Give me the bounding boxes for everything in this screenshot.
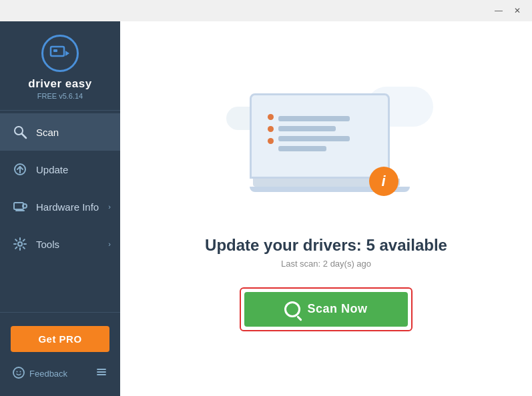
sidebar-item-tools[interactable]: Tools ›: [0, 225, 120, 263]
sidebar-bottom: Get PRO Feedback: [0, 312, 120, 396]
svg-point-7: [23, 204, 27, 208]
svg-point-10: [13, 367, 24, 378]
screen-dots: [268, 114, 274, 144]
info-badge: i: [369, 167, 398, 196]
svg-line-3: [22, 134, 26, 138]
screen-line-1: [278, 116, 350, 121]
sidebar-logo: driver easy FREE v5.6.14: [0, 21, 120, 111]
sidebar-item-scan[interactable]: Scan: [0, 113, 120, 151]
svg-rect-6: [14, 203, 23, 209]
tools-icon: [12, 236, 28, 252]
feedback-item[interactable]: Feedback: [12, 366, 67, 381]
screen-line-4: [278, 146, 326, 151]
logo-version: FREE v5.6.14: [37, 92, 83, 100]
scan-now-label: Scan Now: [307, 302, 367, 316]
update-icon: [12, 161, 28, 177]
illustration: i: [220, 87, 433, 220]
scan-now-button[interactable]: Scan Now: [244, 292, 407, 327]
laptop-screen-content: [272, 109, 380, 163]
close-button[interactable]: ✕: [508, 3, 527, 18]
app-window: driver easy FREE v5.6.14 Scan: [0, 21, 532, 396]
sidebar-footer: Feedback: [0, 360, 120, 388]
get-pro-button[interactable]: Get PRO: [11, 326, 109, 352]
scan-icon: [12, 124, 28, 140]
hardware-icon: [12, 199, 28, 215]
sidebar-item-scan-label: Scan: [36, 127, 59, 138]
tools-arrow-icon: ›: [108, 240, 111, 248]
main-subtitle: Last scan: 2 day(s) ago: [281, 259, 371, 269]
list-icon[interactable]: [95, 365, 108, 381]
driver-easy-logo-svg: [49, 43, 71, 64]
sidebar-item-tools-label: Tools: [36, 239, 59, 250]
main-content: i Update your drivers: 5 available Last …: [120, 21, 532, 396]
laptop-screen: [250, 93, 390, 179]
nav-items: Scan Update: [0, 111, 120, 312]
sidebar-item-update-label: Update: [36, 164, 68, 175]
sidebar-item-hardware-label: Hardware Info: [36, 201, 99, 213]
main-title: Update your drivers: 5 available: [205, 236, 447, 255]
screen-line-2: [278, 126, 336, 131]
feedback-icon: [12, 366, 25, 381]
screen-dot-2: [268, 126, 274, 132]
screen-dot-1: [268, 114, 274, 120]
screen-line-3: [278, 136, 350, 141]
sidebar: driver easy FREE v5.6.14 Scan: [0, 21, 120, 396]
logo-icon: [41, 35, 79, 72]
svg-rect-1: [53, 49, 57, 52]
screen-dot-3: [268, 138, 274, 144]
sidebar-item-hardware-info[interactable]: Hardware Info ›: [0, 188, 120, 225]
svg-point-11: [17, 371, 18, 372]
svg-point-9: [18, 242, 22, 246]
logo-text: driver easy: [28, 77, 91, 91]
svg-point-12: [20, 371, 21, 372]
feedback-label: Feedback: [29, 369, 67, 379]
hardware-arrow-icon: ›: [108, 203, 111, 211]
scan-now-icon: [284, 301, 300, 317]
sidebar-item-update[interactable]: Update: [0, 151, 120, 188]
titlebar: — ✕: [0, 0, 532, 21]
scan-now-wrapper: Scan Now: [240, 287, 412, 331]
minimize-button[interactable]: —: [489, 3, 508, 18]
